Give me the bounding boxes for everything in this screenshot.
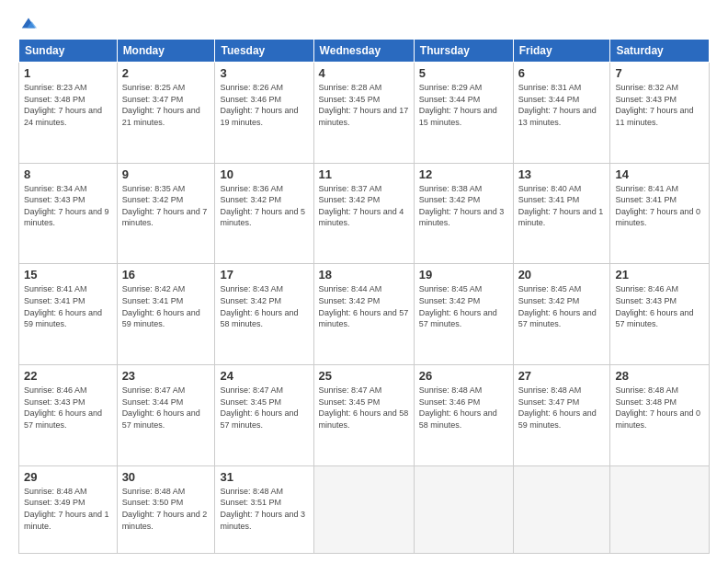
day-cell-10: 10Sunrise: 8:36 AMSunset: 3:42 PMDayligh… [215, 163, 313, 264]
day-number: 30 [122, 470, 210, 484]
cell-info: Sunrise: 8:37 AMSunset: 3:42 PMDaylight:… [319, 184, 404, 228]
cell-info: Sunrise: 8:45 AMSunset: 3:42 PMDaylight:… [419, 284, 497, 328]
cell-info: Sunrise: 8:46 AMSunset: 3:43 PMDaylight:… [615, 284, 693, 328]
day-number: 18 [319, 268, 409, 282]
cell-info: Sunrise: 8:48 AMSunset: 3:48 PMDaylight:… [615, 385, 700, 430]
page: SundayMondayTuesdayWednesdayThursdayFrid… [0, 0, 728, 563]
calendar-table: SundayMondayTuesdayWednesdayThursdayFrid… [18, 39, 710, 554]
day-cell-25: 25Sunrise: 8:47 AMSunset: 3:45 PMDayligh… [313, 365, 414, 466]
cell-info: Sunrise: 8:28 AMSunset: 3:45 PMDaylight:… [319, 83, 409, 127]
day-number: 15 [24, 268, 112, 282]
week-row-5: 29Sunrise: 8:48 AMSunset: 3:49 PMDayligh… [19, 465, 710, 553]
day-number: 9 [122, 167, 210, 181]
cell-info: Sunrise: 8:42 AMSunset: 3:41 PMDaylight:… [122, 284, 200, 328]
day-number: 25 [319, 369, 409, 383]
day-cell-5: 5Sunrise: 8:29 AMSunset: 3:44 PMDaylight… [414, 63, 513, 164]
day-number: 23 [122, 369, 210, 383]
day-number: 19 [419, 268, 508, 282]
day-cell-18: 18Sunrise: 8:44 AMSunset: 3:42 PMDayligh… [313, 264, 414, 365]
day-number: 29 [24, 470, 112, 484]
day-number: 27 [518, 369, 606, 383]
day-cell-14: 14Sunrise: 8:41 AMSunset: 3:41 PMDayligh… [610, 163, 710, 264]
day-cell-22: 22Sunrise: 8:46 AMSunset: 3:43 PMDayligh… [19, 365, 118, 466]
day-number: 5 [419, 66, 508, 80]
day-cell-15: 15Sunrise: 8:41 AMSunset: 3:41 PMDayligh… [19, 264, 118, 365]
header [18, 15, 710, 31]
day-cell-1: 1Sunrise: 8:23 AMSunset: 3:48 PMDaylight… [19, 63, 118, 164]
header-row: SundayMondayTuesdayWednesdayThursdayFrid… [19, 40, 710, 63]
day-cell-17: 17Sunrise: 8:43 AMSunset: 3:42 PMDayligh… [215, 264, 313, 365]
day-number: 14 [615, 167, 704, 181]
day-cell-4: 4Sunrise: 8:28 AMSunset: 3:45 PMDaylight… [313, 63, 414, 164]
day-number: 16 [122, 268, 210, 282]
day-cell-31: 31Sunrise: 8:48 AMSunset: 3:51 PMDayligh… [215, 465, 313, 553]
day-number: 1 [24, 66, 112, 80]
cell-info: Sunrise: 8:34 AMSunset: 3:43 PMDaylight:… [24, 184, 109, 228]
cell-info: Sunrise: 8:40 AMSunset: 3:41 PMDaylight:… [518, 184, 604, 228]
cell-info: Sunrise: 8:41 AMSunset: 3:41 PMDaylight:… [24, 284, 102, 328]
week-row-4: 22Sunrise: 8:46 AMSunset: 3:43 PMDayligh… [19, 365, 710, 466]
cell-info: Sunrise: 8:36 AMSunset: 3:42 PMDaylight:… [220, 184, 305, 228]
cell-info: Sunrise: 8:41 AMSunset: 3:41 PMDaylight:… [615, 184, 700, 228]
day-number: 31 [220, 470, 308, 484]
day-number: 6 [518, 66, 606, 80]
week-row-1: 1Sunrise: 8:23 AMSunset: 3:48 PMDaylight… [19, 63, 710, 164]
cell-info: Sunrise: 8:38 AMSunset: 3:42 PMDaylight:… [419, 184, 505, 228]
day-header-friday: Friday [513, 40, 610, 63]
day-number: 12 [419, 167, 508, 181]
day-number: 2 [122, 66, 210, 80]
day-cell-9: 9Sunrise: 8:35 AMSunset: 3:42 PMDaylight… [117, 163, 215, 264]
cell-info: Sunrise: 8:26 AMSunset: 3:46 PMDaylight:… [220, 83, 298, 127]
day-cell-30: 30Sunrise: 8:48 AMSunset: 3:50 PMDayligh… [117, 465, 215, 553]
day-cell-2: 2Sunrise: 8:25 AMSunset: 3:47 PMDaylight… [117, 63, 215, 164]
day-cell-empty [610, 465, 710, 553]
day-number: 3 [220, 66, 308, 80]
day-number: 11 [319, 167, 409, 181]
day-cell-26: 26Sunrise: 8:48 AMSunset: 3:46 PMDayligh… [414, 365, 513, 466]
day-number: 20 [518, 268, 606, 282]
cell-info: Sunrise: 8:47 AMSunset: 3:45 PMDaylight:… [319, 385, 409, 430]
cell-info: Sunrise: 8:48 AMSunset: 3:51 PMDaylight:… [220, 487, 305, 531]
cell-info: Sunrise: 8:44 AMSunset: 3:42 PMDaylight:… [319, 284, 409, 328]
day-cell-27: 27Sunrise: 8:48 AMSunset: 3:47 PMDayligh… [513, 365, 610, 466]
day-cell-20: 20Sunrise: 8:45 AMSunset: 3:42 PMDayligh… [513, 264, 610, 365]
week-row-2: 8Sunrise: 8:34 AMSunset: 3:43 PMDaylight… [19, 163, 710, 264]
day-number: 13 [518, 167, 606, 181]
cell-info: Sunrise: 8:47 AMSunset: 3:44 PMDaylight:… [122, 385, 200, 430]
day-number: 26 [419, 369, 508, 383]
week-row-3: 15Sunrise: 8:41 AMSunset: 3:41 PMDayligh… [19, 264, 710, 365]
logo-icon [20, 15, 37, 31]
cell-info: Sunrise: 8:35 AMSunset: 3:42 PMDaylight:… [122, 184, 208, 228]
day-number: 24 [220, 369, 308, 383]
day-cell-empty [513, 465, 610, 553]
day-number: 10 [220, 167, 308, 181]
day-header-thursday: Thursday [414, 40, 513, 63]
day-cell-23: 23Sunrise: 8:47 AMSunset: 3:44 PMDayligh… [117, 365, 215, 466]
day-cell-empty [414, 465, 513, 553]
day-cell-16: 16Sunrise: 8:42 AMSunset: 3:41 PMDayligh… [117, 264, 215, 365]
logo [18, 15, 37, 31]
day-cell-21: 21Sunrise: 8:46 AMSunset: 3:43 PMDayligh… [610, 264, 710, 365]
day-header-monday: Monday [117, 40, 215, 63]
day-number: 21 [615, 268, 704, 282]
day-cell-8: 8Sunrise: 8:34 AMSunset: 3:43 PMDaylight… [19, 163, 118, 264]
day-cell-7: 7Sunrise: 8:32 AMSunset: 3:43 PMDaylight… [610, 63, 710, 164]
cell-info: Sunrise: 8:32 AMSunset: 3:43 PMDaylight:… [615, 83, 693, 127]
day-cell-3: 3Sunrise: 8:26 AMSunset: 3:46 PMDaylight… [215, 63, 313, 164]
calendar: SundayMondayTuesdayWednesdayThursdayFrid… [18, 39, 710, 554]
cell-info: Sunrise: 8:29 AMSunset: 3:44 PMDaylight:… [419, 83, 497, 127]
day-header-saturday: Saturday [610, 40, 710, 63]
cell-info: Sunrise: 8:48 AMSunset: 3:46 PMDaylight:… [419, 385, 497, 430]
day-cell-11: 11Sunrise: 8:37 AMSunset: 3:42 PMDayligh… [313, 163, 414, 264]
day-number: 17 [220, 268, 308, 282]
cell-info: Sunrise: 8:48 AMSunset: 3:50 PMDaylight:… [122, 487, 208, 531]
cell-info: Sunrise: 8:25 AMSunset: 3:47 PMDaylight:… [122, 83, 200, 127]
cell-info: Sunrise: 8:46 AMSunset: 3:43 PMDaylight:… [24, 385, 102, 430]
cell-info: Sunrise: 8:48 AMSunset: 3:47 PMDaylight:… [518, 385, 597, 430]
day-header-wednesday: Wednesday [313, 40, 414, 63]
day-cell-28: 28Sunrise: 8:48 AMSunset: 3:48 PMDayligh… [610, 365, 710, 466]
day-cell-24: 24Sunrise: 8:47 AMSunset: 3:45 PMDayligh… [215, 365, 313, 466]
day-header-sunday: Sunday [19, 40, 118, 63]
day-cell-29: 29Sunrise: 8:48 AMSunset: 3:49 PMDayligh… [19, 465, 118, 553]
cell-info: Sunrise: 8:48 AMSunset: 3:49 PMDaylight:… [24, 487, 109, 531]
